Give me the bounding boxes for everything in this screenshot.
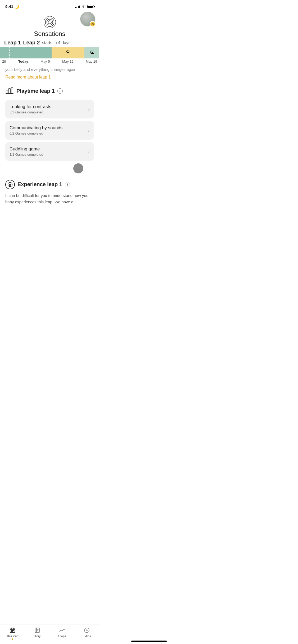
spiral-logo (42, 14, 58, 30)
timeline: ⛈ 🌤 28 Today May 5 May 12 May 19 (0, 47, 99, 65)
leap2-label: Leap 2 (23, 40, 40, 46)
timeline-dates: 28 Today May 5 May 12 May 19 (0, 58, 99, 65)
leap-header: Leap 1 Leap 2 starts in 4 days (0, 40, 99, 46)
storm-icon: ⛈ (66, 50, 70, 55)
game-title-1: Looking for contrasts (10, 104, 82, 109)
svg-rect-4 (6, 93, 13, 94)
signal-icon (75, 5, 80, 8)
game-arrow-1: › (88, 106, 90, 112)
date-28: 28 (2, 59, 6, 63)
game-card-3[interactable]: Cuddling game 1/1 Games completed › (5, 142, 94, 161)
date-may12: May 12 (62, 59, 74, 63)
app-title: Sensations (34, 30, 65, 38)
leap-starts-text: starts in 4 days (42, 40, 71, 45)
playtime-section-header: Playtime leap 1 i (5, 86, 94, 96)
game-subtitle-1: 3/3 Games completed (10, 110, 82, 114)
timeline-yellow-segment: ⛈ (52, 47, 84, 58)
playtime-icon (5, 86, 14, 96)
game-subtitle-3: 1/1 Games completed (10, 153, 82, 157)
game-arrow-2: › (88, 127, 90, 133)
playtime-title: Playtime leap 1 (16, 88, 55, 94)
game-title-3: Cuddling game (10, 146, 82, 152)
wifi-icon (82, 5, 86, 8)
game-card-2[interactable]: Communicating by sounds 0/2 Games comple… (5, 121, 94, 140)
svg-rect-3 (11, 88, 13, 93)
scroll-indicator (5, 163, 94, 173)
timeline-light-green-segment: 🌤 (84, 47, 99, 58)
game-title-2: Communicating by sounds (10, 125, 82, 131)
experience-section: Experience leap 1 i It can be difficult … (0, 180, 99, 205)
game-arrow-3: › (88, 149, 90, 154)
status-time: 9:41 🌙 (5, 4, 19, 9)
svg-point-10 (11, 184, 11, 184)
status-bar: 9:41 🌙 (0, 0, 99, 12)
description-text: your belly and everything changes again. (5, 67, 94, 73)
content-area: your belly and everything changes again.… (0, 65, 99, 180)
avatar-container[interactable]: ⚙ (80, 12, 95, 26)
experience-info-icon[interactable]: i (65, 182, 70, 187)
timeline-bar: ⛈ 🌤 (0, 47, 99, 58)
svg-rect-2 (9, 88, 10, 93)
read-more-link[interactable]: Read more about leap 1 (5, 75, 94, 80)
experience-header: Experience leap 1 i (5, 180, 94, 189)
timeline-dashed-line (9, 47, 10, 58)
game-card-1[interactable]: Looking for contrasts 3/3 Games complete… (5, 100, 94, 118)
chat-bubble-icon (5, 180, 15, 189)
leap1-label: Leap 1 (4, 40, 21, 46)
timeline-green-segment (0, 47, 52, 58)
game-subtitle-2: 0/2 Games completed (10, 131, 82, 135)
scroll-dot (73, 163, 83, 173)
svg-point-0 (44, 16, 56, 28)
playtime-info-icon[interactable]: i (57, 88, 63, 94)
status-icons (75, 5, 94, 8)
date-may5: May 5 (40, 59, 50, 63)
date-today: Today (18, 59, 28, 63)
date-may19: May 19 (86, 59, 97, 63)
sun-cloud-icon: 🌤 (90, 50, 94, 55)
experience-text: It can be difficult for you to understan… (5, 192, 94, 205)
header: ⚙ Sensations (0, 12, 99, 40)
gear-icon[interactable]: ⚙ (90, 21, 96, 27)
battery-icon (87, 5, 94, 8)
experience-title: Experience leap 1 (17, 181, 62, 187)
